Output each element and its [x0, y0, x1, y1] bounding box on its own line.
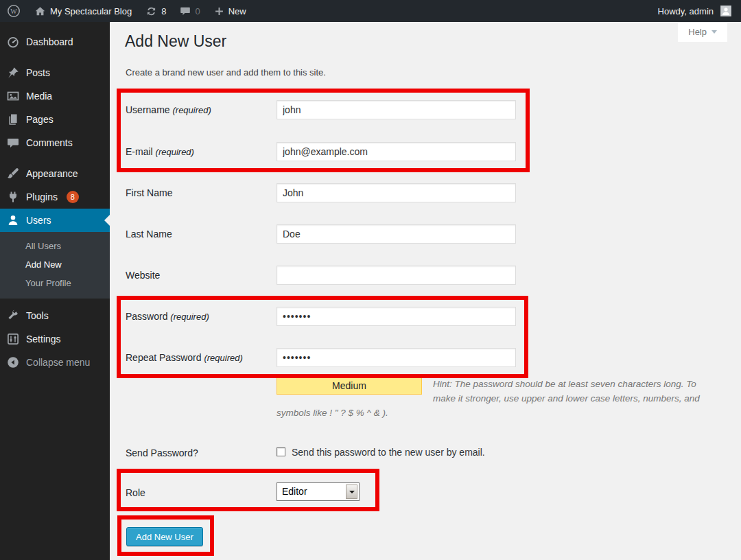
admin-sidebar: Dashboard Posts Media Pages Comments App…: [0, 22, 110, 560]
media-icon: [6, 89, 20, 103]
sidebar-item-users[interactable]: Users: [0, 209, 110, 232]
first-name-input[interactable]: [277, 183, 516, 202]
avatar: [720, 5, 731, 16]
submenu-item-add-new[interactable]: Add New: [0, 255, 110, 274]
svg-text:W: W: [10, 8, 17, 15]
sidebar-item-settings[interactable]: Settings: [0, 327, 110, 351]
last-name-label: Last Name: [126, 229, 274, 240]
home-icon: [34, 5, 46, 17]
site-name-link[interactable]: My Spectacular Blog: [27, 0, 139, 22]
new-content-link[interactable]: New: [207, 0, 253, 22]
comments-link[interactable]: 0: [173, 0, 207, 22]
username-input[interactable]: [277, 100, 516, 119]
update-count: 8: [161, 6, 166, 16]
website-label: Website: [126, 270, 274, 281]
wordpress-logo-icon: W: [7, 4, 21, 18]
appearance-icon: [6, 167, 20, 180]
comment-icon: [6, 136, 20, 150]
sidebar-item-label: Users: [26, 215, 51, 226]
submenu-item-your-profile[interactable]: Your Profile: [0, 274, 110, 292]
password-input[interactable]: [277, 307, 516, 326]
sidebar-item-label: Dashboard: [26, 36, 73, 47]
repeat-password-input[interactable]: [277, 348, 516, 367]
username-label: Username (required): [126, 104, 274, 115]
users-submenu: All Users Add New Your Profile: [0, 232, 110, 299]
howdy-label: Howdy, admin: [658, 6, 714, 16]
send-password-label: Send Password?: [126, 447, 198, 458]
pages-icon: [6, 113, 20, 126]
sidebar-item-label: Tools: [26, 310, 49, 321]
tools-icon: [6, 309, 20, 323]
site-name-label: My Spectacular Blog: [50, 6, 132, 16]
sidebar-item-label: Plugins: [26, 191, 58, 202]
first-name-label: First Name: [126, 187, 274, 198]
select-arrow-icon[interactable]: [346, 485, 357, 499]
page-subtitle: Create a brand new user and add them to …: [126, 67, 326, 78]
password-label: Password (required): [126, 311, 274, 322]
settings-icon: [6, 332, 20, 346]
last-name-input[interactable]: [277, 224, 516, 244]
submenu-item-all-users[interactable]: All Users: [0, 237, 110, 255]
sidebar-item-label: Media: [26, 91, 52, 102]
page-title: Add New User: [125, 32, 226, 51]
sidebar-item-dashboard[interactable]: Dashboard: [0, 30, 110, 54]
sidebar-item-label: Appearance: [26, 168, 78, 179]
sidebar-item-label: Comments: [26, 137, 73, 148]
sidebar-item-posts[interactable]: Posts: [0, 61, 110, 84]
sidebar-item-label: Settings: [26, 334, 61, 345]
email-label: E-mail (required): [126, 146, 274, 157]
chevron-down-icon: [711, 30, 717, 34]
sidebar-item-comments[interactable]: Comments: [0, 131, 110, 154]
sidebar-item-tools[interactable]: Tools: [0, 304, 110, 327]
sidebar-item-appearance[interactable]: Appearance: [0, 162, 110, 185]
add-new-user-button[interactable]: Add New User: [126, 527, 203, 546]
users-icon: [6, 213, 20, 227]
main-content: Help Add New User Create a brand new use…: [110, 22, 741, 560]
admin-bar: W My Spectacular Blog 8 0 New: [0, 0, 741, 22]
plugins-update-badge: 8: [67, 191, 79, 203]
comment-count: 0: [195, 6, 200, 16]
updates-link[interactable]: 8: [139, 0, 173, 22]
sidebar-item-pages[interactable]: Pages: [0, 108, 110, 131]
dashboard-icon: [6, 35, 20, 49]
new-label: New: [228, 6, 246, 16]
help-button[interactable]: Help: [678, 22, 727, 42]
sidebar-item-label: Pages: [26, 114, 54, 125]
sidebar-item-label: Posts: [26, 67, 50, 78]
role-selected-value: Editor: [282, 486, 307, 497]
repeat-password-label: Repeat Password (required): [126, 352, 274, 363]
sidebar-item-plugins[interactable]: Plugins 8: [0, 185, 110, 209]
comment-bubble-icon: [180, 5, 191, 16]
website-input[interactable]: [277, 266, 516, 285]
sidebar-item-collapse-menu[interactable]: Collapse menu: [0, 351, 110, 374]
help-label: Help: [688, 27, 707, 37]
send-password-checkbox-label[interactable]: Send this password to the new user by em…: [292, 447, 485, 458]
sidebar-item-media[interactable]: Media: [0, 84, 110, 108]
collapse-icon: [6, 355, 20, 369]
send-password-checkbox[interactable]: [277, 447, 285, 456]
password-strength-indicator: Medium: [277, 377, 422, 395]
update-icon: [145, 5, 157, 17]
email-input[interactable]: [277, 142, 516, 161]
role-label: Role: [126, 487, 145, 498]
plugin-icon: [6, 190, 20, 204]
plus-icon: [214, 6, 224, 16]
sidebar-item-label: Collapse menu: [26, 357, 90, 368]
wordpress-logo-menu[interactable]: W: [0, 0, 27, 22]
role-select[interactable]: Editor: [277, 482, 360, 501]
pin-icon: [6, 66, 20, 80]
account-menu[interactable]: Howdy, admin: [651, 0, 741, 22]
